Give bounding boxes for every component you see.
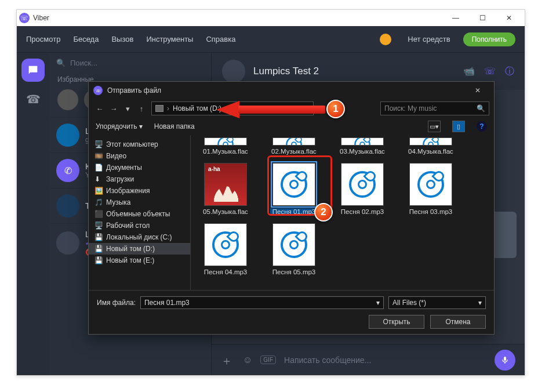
menu-tools[interactable]: Инструменты (146, 35, 193, 43)
img-icon: 🖼️ (94, 187, 103, 195)
tree-item[interactable]: 🖼️Изображения (89, 185, 190, 197)
music-icon: 🎵 (94, 198, 103, 206)
search-input[interactable]: 🔍 Поиск... (49, 53, 211, 73)
viber-rail: ☎ (17, 53, 49, 375)
balance-status: Нет средств (408, 35, 450, 43)
tree-item[interactable]: 📄Документы (89, 162, 190, 173)
audio-file-icon (272, 223, 315, 266)
tree-item[interactable]: ⬇Загрузки (89, 173, 190, 185)
file-item[interactable]: 02.Музыка.flac (265, 137, 323, 155)
file-label: 04.Музыка.flac (408, 148, 453, 155)
tree-item[interactable]: 💾Новый том (D:) (89, 243, 190, 255)
menu-call[interactable]: Вызов (111, 35, 133, 43)
file-filter-select[interactable]: All Files (*)▾ (388, 296, 486, 309)
viber-titlebar: Viber — ☐ ✕ (17, 10, 525, 26)
down-icon: ⬇ (94, 175, 103, 183)
close-button[interactable]: ✕ (496, 10, 522, 26)
tree-item[interactable]: 🖥️Рабочий стол (89, 220, 190, 231)
attach-button[interactable]: ＋ (221, 353, 235, 367)
menu-help[interactable]: Справка (206, 35, 235, 43)
drive-icon: 💾 (94, 256, 103, 264)
preview-pane-button[interactable]: ▯ (452, 121, 465, 132)
file-item[interactable]: 01.Музыка.flac (197, 137, 255, 155)
nav-forward-icon[interactable]: → (107, 102, 120, 115)
file-grid[interactable]: 01.Музыка.flac02.Музыка.flac03.Музыка.fl… (191, 135, 494, 290)
file-label: 02.Музыка.flac (271, 148, 317, 155)
nav-recent-icon[interactable]: ▾ (121, 102, 134, 115)
minimize-button[interactable]: — (442, 10, 469, 26)
gif-button[interactable]: GIF (260, 355, 276, 364)
nav-up-icon[interactable]: ↑ (135, 102, 148, 115)
voice-call-icon[interactable]: ☏ (484, 66, 496, 78)
file-label: Песня 04.mp3 (204, 268, 248, 275)
tree-item-label: Новый том (D:) (106, 245, 155, 253)
new-folder-button[interactable]: Новая папка (154, 122, 195, 130)
audio-file-icon (341, 137, 384, 146)
docs-icon: 📄 (94, 164, 103, 172)
maximize-button[interactable]: ☐ (469, 10, 496, 26)
desk-icon: 🖥️ (94, 222, 103, 230)
audio-file-icon (204, 223, 247, 266)
file-item[interactable]: Песня 03.mp3 (402, 163, 460, 215)
dialog-title: Отправить файл (107, 86, 161, 95)
tree-item-label: Загрузки (106, 175, 134, 183)
search-icon: 🔍 (56, 59, 66, 67)
tree-item[interactable]: ⬛Объемные объекты (89, 208, 190, 220)
message-input[interactable]: Написать сообщение... (284, 355, 486, 365)
file-item[interactable]: Песня 04.mp3 (197, 223, 255, 275)
tree-item[interactable]: 💾Новый том (E:) (89, 255, 190, 266)
dialog-close-button[interactable]: ✕ (466, 86, 489, 95)
file-label: 05.Музыка.flac (203, 208, 248, 215)
voice-message-button[interactable] (495, 350, 515, 371)
drive-icon: 💾 (94, 245, 103, 253)
viber-logo-icon (19, 13, 30, 23)
file-item[interactable]: Песня 01.mp3 (265, 163, 323, 215)
chat-header-title: Lumpics Test 2 (253, 66, 319, 77)
chats-icon[interactable] (21, 59, 45, 82)
file-label: Песня 05.mp3 (272, 268, 316, 275)
cancel-button[interactable]: Отмена (430, 315, 486, 329)
file-item[interactable]: Песня 02.mp3 (333, 163, 391, 215)
nav-back-icon[interactable]: ← (93, 102, 106, 115)
calls-icon[interactable]: ☎ (26, 92, 41, 106)
breadcrumb-drive[interactable]: Новый том (D:) (173, 104, 221, 112)
tree-item-label: Документы (106, 164, 142, 172)
dialog-search-input[interactable]: Поиск: My music 🔍 (380, 101, 489, 115)
tree-item[interactable]: 🖥️Этот компьютер (89, 139, 190, 150)
file-item[interactable]: Песня 05.mp3 (265, 223, 323, 275)
view-mode-button[interactable]: ▭▾ (428, 121, 441, 132)
file-item[interactable]: 05.Музыка.flac (197, 163, 255, 215)
audio-file-icon (409, 163, 452, 206)
viber-menubar: Просмотр Беседа Вызов Инструменты Справк… (17, 26, 525, 53)
audio-file-icon (409, 137, 452, 146)
menu-view[interactable]: Просмотр (26, 35, 60, 43)
tree-item[interactable]: 🎵Музыка (89, 197, 190, 208)
file-item[interactable]: 03.Музыка.flac (333, 137, 391, 155)
menu-chat[interactable]: Беседа (73, 35, 99, 43)
drive-icon (155, 105, 163, 112)
viber-title: Viber (33, 14, 49, 22)
tree-item[interactable]: 💾Локальный диск (C:) (89, 231, 190, 243)
file-open-dialog: ☏ Отправить файл ✕ ← → ▾ ↑ › Новый том (… (88, 81, 495, 335)
help-icon[interactable]: ? (477, 121, 487, 132)
album-cover-icon (204, 163, 247, 206)
tree-item-label: Музыка (106, 198, 130, 206)
file-label: Песня 02.mp3 (341, 208, 384, 215)
breadcrumb-folder[interactable]: My music (231, 104, 260, 112)
filename-input[interactable]: Песня 01.mp3▾ (140, 296, 384, 309)
file-item[interactable]: 04.Музыка.flac (402, 137, 460, 155)
file-label: 03.Музыка.flac (340, 148, 385, 155)
open-button[interactable]: Открыть (369, 315, 424, 329)
address-bar[interactable]: › Новый том (D:) › My music › (151, 101, 314, 115)
tree-item-label: Новый том (E:) (106, 256, 154, 264)
tree-item[interactable]: 🎞️Видео (89, 150, 190, 162)
chat-header-avatar-icon[interactable] (222, 60, 245, 83)
emoji-button[interactable]: ☺ (243, 355, 252, 365)
file-label: Песня 01.mp3 (270, 208, 318, 215)
organize-menu[interactable]: Упорядочить ▾ (96, 122, 143, 130)
favorite-contact[interactable] (57, 89, 78, 110)
topup-button[interactable]: Пополнить (463, 32, 515, 46)
chat-info-icon[interactable]: ⓘ (505, 66, 514, 78)
video-call-icon[interactable]: 📹 (463, 66, 475, 78)
folder-tree[interactable]: 🖥️Этот компьютер🎞️Видео📄Документы⬇Загруз… (89, 135, 191, 290)
